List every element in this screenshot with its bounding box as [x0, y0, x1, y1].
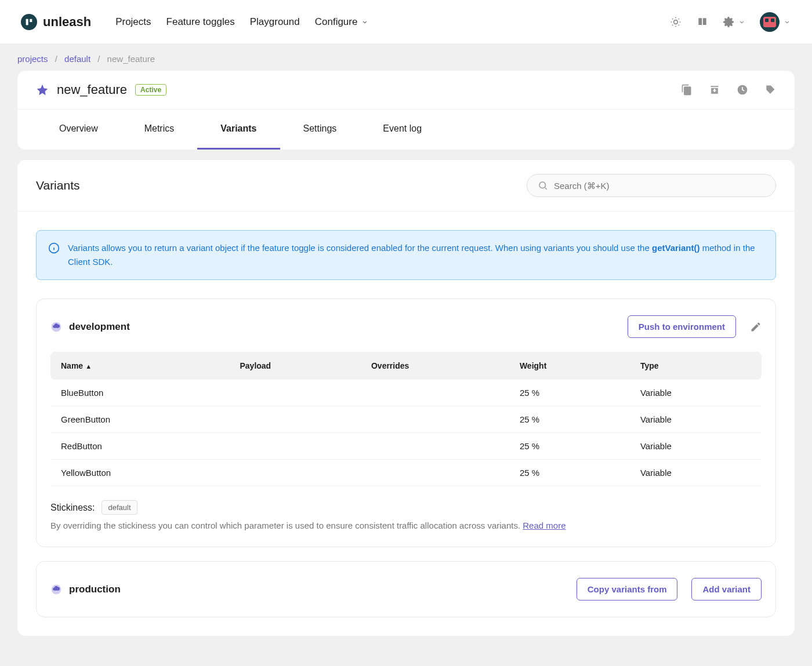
stickiness-label: Stickiness:: [50, 503, 95, 513]
svg-point-0: [674, 20, 678, 24]
logo-mark-icon: [21, 14, 37, 30]
table-row[interactable]: RedButton25 %Variable: [50, 433, 762, 460]
nav-projects[interactable]: Projects: [115, 16, 151, 28]
table-row[interactable]: YellowButton25 %Variable: [50, 460, 762, 486]
tab-overview[interactable]: Overview: [36, 110, 121, 150]
stickiness-value[interactable]: default: [102, 500, 137, 515]
env-header: development Push to environment: [50, 315, 762, 338]
chevron-down-icon: [361, 18, 369, 26]
env-development: development Push to environment Name▲ Pa…: [36, 299, 776, 547]
table-row[interactable]: BlueButton25 %Variable: [50, 380, 762, 406]
variants-body: Variants allows you to return a variant …: [17, 212, 795, 636]
cloud-icon: [50, 584, 62, 595]
table-row[interactable]: GreenButton25 %Variable: [50, 406, 762, 433]
breadcrumb-projects[interactable]: projects: [17, 54, 48, 64]
clock-icon[interactable]: [737, 84, 748, 96]
search-icon: [538, 180, 548, 191]
nav-configure[interactable]: Configure: [315, 16, 369, 28]
gear-icon: [723, 16, 734, 28]
variants-header: Variants: [17, 160, 795, 212]
env-production: production Copy variants from Add varian…: [36, 561, 776, 617]
archive-icon[interactable]: [709, 84, 720, 96]
theme-toggle-icon[interactable]: [669, 16, 682, 28]
feature-card: new_feature Active Overview Metrics Vari…: [17, 71, 795, 150]
env-name: production: [69, 584, 121, 595]
tab-variants[interactable]: Variants: [197, 110, 280, 150]
col-name[interactable]: Name▲: [50, 352, 229, 380]
avatar: [760, 12, 780, 32]
info-icon: [48, 242, 60, 254]
push-to-environment-button[interactable]: Push to environment: [628, 315, 736, 338]
variants-title: Variants: [36, 179, 79, 192]
col-type[interactable]: Type: [630, 352, 762, 380]
env-header: production Copy variants from Add varian…: [50, 578, 762, 601]
header-actions: [669, 12, 791, 32]
breadcrumb-default[interactable]: default: [64, 54, 90, 64]
cloud-icon: [50, 321, 62, 333]
nav-playground[interactable]: Playground: [250, 16, 300, 28]
brand-name: unleash: [43, 14, 91, 30]
env-name: development: [69, 321, 130, 333]
col-overrides[interactable]: Overrides: [361, 352, 509, 380]
svg-point-2: [539, 182, 546, 188]
nav-feature-toggles[interactable]: Feature toggles: [166, 16, 235, 28]
stickiness-description: By overriding the stickiness you can con…: [50, 521, 762, 530]
info-text: Variants allows you to return a variant …: [68, 241, 764, 269]
top-bar: unleash Projects Feature toggles Playgro…: [0, 0, 812, 43]
chevron-down-icon: [738, 18, 746, 26]
user-menu[interactable]: [760, 12, 791, 32]
star-icon[interactable]: [36, 83, 49, 96]
sort-asc-icon: ▲: [85, 363, 92, 370]
search-box[interactable]: [527, 174, 776, 197]
breadcrumb: projects / default / new_feature: [0, 43, 812, 71]
feature-header: new_feature Active: [17, 71, 795, 110]
variants-card: Variants Variants allows you to return a…: [17, 160, 795, 636]
stickiness-read-more-link[interactable]: Read more: [523, 521, 566, 530]
feature-actions: [681, 84, 776, 96]
tag-icon[interactable]: [764, 84, 776, 96]
tab-metrics[interactable]: Metrics: [121, 110, 198, 150]
feature-title: new_feature: [57, 82, 127, 97]
info-banner: Variants allows you to return a variant …: [36, 230, 776, 280]
tab-event-log[interactable]: Event log: [360, 110, 445, 150]
col-payload[interactable]: Payload: [229, 352, 360, 380]
copy-variants-from-button[interactable]: Copy variants from: [577, 578, 678, 601]
breadcrumb-current: new_feature: [107, 54, 155, 64]
edit-icon[interactable]: [750, 321, 762, 333]
stickiness-row: Stickiness: default: [50, 500, 762, 515]
col-weight[interactable]: Weight: [509, 352, 630, 380]
chevron-down-icon: [783, 18, 791, 26]
logo[interactable]: unleash: [21, 14, 91, 30]
copy-icon[interactable]: [681, 84, 693, 96]
docs-icon[interactable]: [696, 16, 709, 28]
settings-menu[interactable]: [723, 16, 746, 28]
search-input[interactable]: [554, 181, 765, 191]
feature-tabs: Overview Metrics Variants Settings Event…: [17, 110, 795, 150]
main-nav: Projects Feature toggles Playground Conf…: [115, 16, 369, 28]
variants-table: Name▲ Payload Overrides Weight Type Blue…: [50, 352, 762, 486]
add-variant-button[interactable]: Add variant: [691, 578, 762, 601]
tab-settings[interactable]: Settings: [280, 110, 360, 150]
status-badge: Active: [135, 84, 166, 96]
